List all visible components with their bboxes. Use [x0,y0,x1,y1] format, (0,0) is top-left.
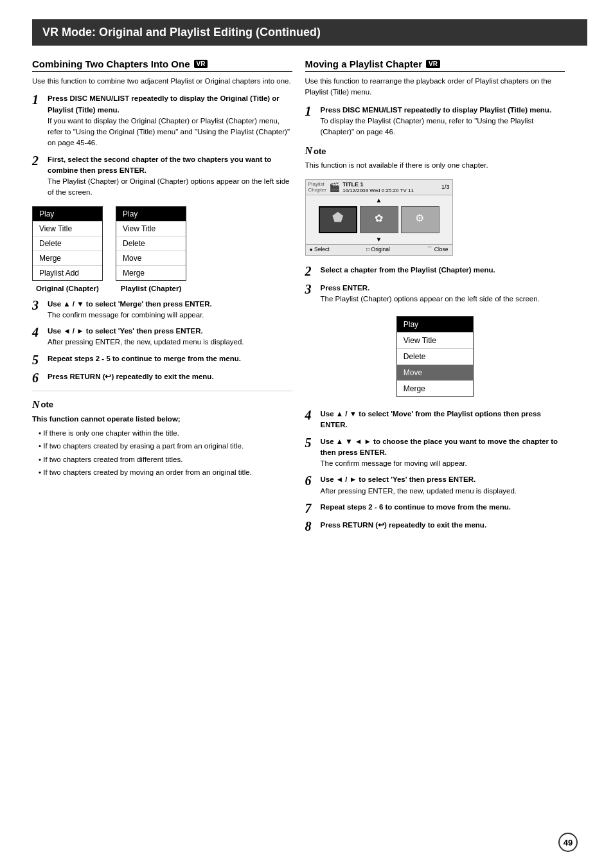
right-step-1-text: To display the Playlist (Chapter) menu, … [321,117,534,136]
right-step-3-bold: Press ENTER. [321,283,540,294]
playlist-screen-header-label: PlaylistChapter [308,181,326,193]
right-step-2: 2 Select a chapter from the Playlist (Ch… [305,265,565,278]
right-note-content: This function is not available if there … [305,159,565,171]
menu-area: Play View Title Delete Merge Playlist Ad… [32,206,292,281]
playlist-thumb-3: ⚙ [401,206,440,233]
left-note-content: This function cannot operate listed belo… [32,413,292,479]
page-title: VR Mode: Original and Playlist Editing (… [42,26,321,39]
right-step-5-bold: Use ▲ ▼ ◄ ► to choose the place you want… [321,436,565,459]
right-step-3: 3 Press ENTER. The Playlist (Chapter) op… [305,283,565,305]
playlist-menu-delete: Delete [116,236,186,251]
page-number: 49 [558,833,578,852]
right-section-intro: Use this function to rearrange the playb… [305,76,565,98]
right-step-7-content: Repeat steps 2 - 6 to continue to move f… [321,502,511,513]
right-vr-badge: VR [426,60,440,68]
right-step-4: 4 Use ▲ / ▼ to select 'Move' from the Pl… [305,409,565,431]
playlist-thumb-row: ⬟ ✿ ⚙ [306,204,452,236]
right-column: Moving a Playlist Chapter VR Use this fu… [305,58,565,538]
right-step-6-text: After pressing ENTER, the new, updated m… [321,487,517,495]
left-column: Combining Two Chapters Into One VR Use t… [32,58,292,538]
left-note-list: If there is only one chapter within the … [32,427,292,479]
svg-text:⬟: ⬟ [332,210,344,224]
left-step-4: 4 Use ◄ / ► to select 'Yes' then press E… [32,326,292,348]
playlist-screen-header: PlaylistChapter 🎬 TITLE 1 10/12/2003 Wed… [306,180,452,195]
left-step-6-content: Press RETURN (↩) repeatedly to exit the … [48,371,214,382]
left-step-2-content: First, select the second chapter of the … [48,154,292,199]
left-note-title: N ote [32,399,292,411]
left-note-item-1: If there is only one chapter within the … [39,427,292,439]
playlist-arrow-down: ▼ [306,236,452,244]
left-step-3-text: The confirm message for combining will a… [48,311,204,319]
right-step-5-text: The confirm message for moving will appe… [321,459,467,467]
right-step-6-content: Use ◄ / ► to select 'Yes' then press ENT… [321,474,517,497]
original-menu-box: Play View Title Delete Merge Playlist Ad… [32,206,103,281]
right-menu-move: Move [397,365,473,381]
right-step-7-num: 7 [305,502,317,515]
playlist-menu-box: Play View Title Delete Move Merge [116,206,186,281]
right-step-4-num: 4 [305,409,317,421]
right-step-5-content: Use ▲ ▼ ◄ ► to choose the place you want… [321,436,565,470]
svg-text:✿: ✿ [375,213,383,224]
right-step-6-bold: Use ◄ / ► to select 'Yes' then press ENT… [321,474,517,485]
right-step-6-num: 6 [305,474,317,487]
right-step-1-bold: Press DISC MENU/LIST repeatedly to displ… [321,105,565,116]
right-step-1: 1 Press DISC MENU/LIST repeatedly to dis… [305,105,565,138]
original-menu-playlist-add: Playlist Add [33,266,102,280]
thumb-1-img: ⬟ [320,208,355,232]
playlist-chapter-menu: Play View Title Delete Move Merge [116,206,186,281]
right-step-2-bold: Select a chapter from the Playlist (Chap… [321,265,495,276]
right-menu-play: Play [397,317,473,333]
left-section-title: Combining Two Chapters Into One VR [32,58,292,72]
left-step-1-text: If you want to display the Original (Cha… [48,117,290,147]
right-step-7-bold: Repeat steps 2 - 6 to continue to move f… [321,502,511,513]
right-menu-merge: Merge [397,381,473,396]
two-col-layout: Combining Two Chapters Into One VR Use t… [32,58,565,538]
playlist-screen-date: 10/12/2003 Wed 0:25:20 TV 11 [342,188,439,193]
left-step-4-num: 4 [32,326,44,339]
left-step-6-num: 6 [32,371,44,384]
right-step-8-num: 8 [305,520,317,533]
left-divider [32,391,292,391]
playlist-screen-icon: 🎬 [329,182,340,192]
left-step-3-num: 3 [32,299,44,312]
playlist-menu-play: Play [116,207,186,222]
left-note-item-2: If two chapters created by erasing a par… [39,440,292,452]
right-step-8-bold: Press RETURN (↩) repeatedly to exit the … [321,520,487,531]
original-chapter-menu: Play View Title Delete Merge Playlist Ad… [32,206,103,281]
left-step-3: 3 Use ▲ / ▼ to select 'Merge' then press… [32,299,292,321]
left-step-5: 5 Repeat steps 2 - 5 to continue to merg… [32,353,292,366]
left-note-item-3: If two chapters created from different t… [39,454,292,465]
left-step-2-num: 2 [32,154,44,167]
left-step-3-content: Use ▲ / ▼ to select 'Merge' then press E… [48,299,212,321]
right-menu-delete: Delete [397,349,473,365]
right-note-title: N ote [305,145,565,157]
playlist-thumb-1: ⬟ [319,206,357,233]
page-container: VR Mode: Original and Playlist Editing (… [0,0,613,868]
left-step-2-bold: First, select the second chapter of the … [48,154,292,177]
left-step-5-bold: Repeat steps 2 - 5 to continue to merge … [48,353,241,364]
left-step-2: 2 First, select the second chapter of th… [32,154,292,199]
original-menu-merge: Merge [33,251,102,266]
left-step-6: 6 Press RETURN (↩) repeatedly to exit th… [32,371,292,384]
left-note-subtitle: This function cannot operate listed belo… [32,413,292,425]
right-step-2-num: 2 [305,265,317,278]
right-note-n-icon: N [305,145,313,157]
playlist-menu-move: Move [116,251,186,266]
right-step-7: 7 Repeat steps 2 - 6 to continue to move… [305,502,565,515]
playlist-arrow-up: ▲ [306,195,452,204]
right-step-8-content: Press RETURN (↩) repeatedly to exit the … [321,520,487,531]
right-note-title-text: ote [314,146,326,156]
left-note-item-4: If two chapters created by moving an ord… [39,466,292,478]
right-step-2-content: Select a chapter from the Playlist (Chap… [321,265,495,276]
playlist-thumb-2: ✿ [360,206,398,233]
left-note-title-text: ote [41,400,54,409]
playlist-screen-title: TITLE 1 [342,181,439,188]
left-section-title-text: Combining Two Chapters Into One [32,58,190,69]
left-step-4-content: Use ◄ / ► to select 'Yes' then press ENT… [48,326,244,348]
left-step-4-text: After pressing ENTER, the new, updated m… [48,338,244,346]
left-step-4-bold: Use ◄ / ► to select 'Yes' then press ENT… [48,326,244,337]
original-menu-play: Play [33,207,102,222]
left-note-box: N ote This function cannot operate liste… [32,399,292,479]
right-section-title-text: Moving a Playlist Chapter [305,58,423,69]
right-step-5: 5 Use ▲ ▼ ◄ ► to choose the place you wa… [305,436,565,470]
